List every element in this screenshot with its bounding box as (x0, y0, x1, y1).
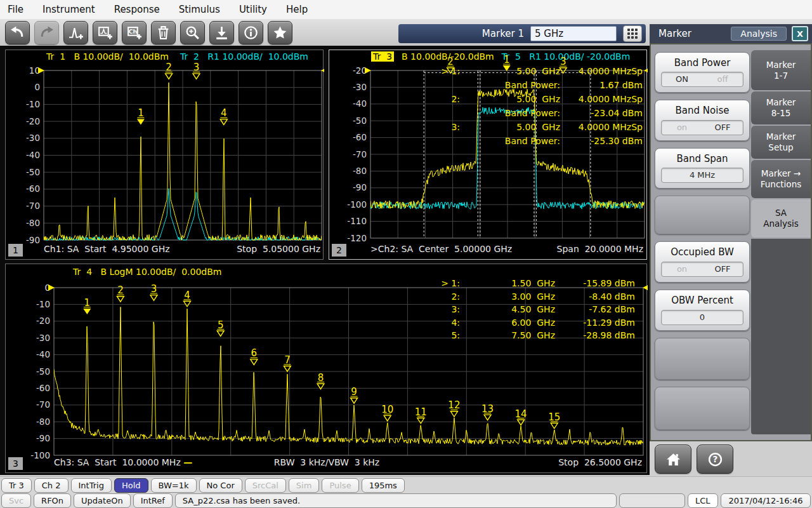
softkey-label: OBW Percent (671, 295, 733, 306)
svg-text:-70: -70 (36, 399, 50, 410)
softkey-occupied-bw[interactable]: Occupied BWonOFF (655, 241, 750, 283)
status-lcl[interactable]: LCL (688, 493, 718, 508)
marker-12[interactable]: 12 (448, 399, 460, 417)
home-button[interactable] (655, 444, 691, 474)
marker-1[interactable]: 1 (137, 107, 145, 124)
marker-3[interactable]: 3 (193, 62, 200, 79)
marker-4[interactable]: 4 (184, 290, 191, 307)
save-button[interactable] (209, 21, 234, 44)
footer-rbw: RBW 3 kHz/VBW 3 kHz (232, 457, 422, 467)
zoom-in-button[interactable] (180, 21, 205, 44)
marker-readout-row: 4:6.00 GHz-11.29 dBm (437, 318, 635, 331)
marker-10[interactable]: 10 (381, 404, 393, 421)
favorites-button[interactable] (268, 21, 292, 44)
status-bw-1k[interactable]: BW=1k (151, 478, 197, 493)
add-window-button[interactable] (93, 21, 117, 44)
marker-value-input[interactable] (530, 26, 617, 41)
keypad-icon (627, 29, 638, 39)
status-updateon[interactable]: UpdateOn (74, 493, 131, 508)
softkey-band-span[interactable]: Band Span4 MHz (655, 148, 750, 189)
softkey-band-power[interactable]: Band PowerONoff (655, 52, 750, 93)
marker-4[interactable]: 4 (220, 107, 227, 124)
menu-item-file[interactable]: File (8, 4, 23, 15)
marker-2[interactable]: 2 (117, 284, 124, 302)
status-ch-2[interactable]: Ch 2 (34, 478, 69, 493)
svg-text:-40: -40 (353, 98, 367, 109)
marker-13[interactable]: 13 (481, 403, 494, 420)
keypad-button[interactable] (623, 25, 642, 42)
svg-text:-10: -10 (26, 99, 40, 109)
status-inttrig[interactable]: IntTrig (71, 478, 112, 493)
redo-button[interactable] (34, 21, 59, 44)
menu-item-stimulus[interactable]: Stimulus (179, 4, 220, 15)
status-hold[interactable]: Hold (114, 478, 148, 493)
svg-text:-60: -60 (26, 184, 40, 194)
add-channel-button[interactable]: Ch (122, 21, 147, 44)
svg-text:-80: -80 (36, 417, 50, 427)
tab-marker-1-7[interactable]: Marker1-7 (751, 50, 811, 90)
status-clock[interactable]: 2017/04/12-16:46 (721, 493, 811, 508)
status-rfon[interactable]: RFOn (34, 493, 71, 508)
trace-color-dash: — (183, 457, 192, 467)
marker-3[interactable]: 3 (150, 283, 157, 300)
softkey-value[interactable]: 4 MHz (661, 168, 743, 183)
softkey-band-noise[interactable]: Band NoiseonOFF (655, 100, 750, 141)
plot-ch3[interactable]: Tr 4 B LogM 10.00dB/ 0.00dBm0-10-20-30-4… (5, 264, 647, 473)
add-trace-icon (68, 25, 84, 41)
softkey-label: Occupied BW (671, 246, 734, 258)
softkey-obw-percent[interactable]: OBW Percent0 (655, 290, 750, 331)
marker-6[interactable]: 6 (251, 347, 258, 364)
window-number-badge: 1 (8, 244, 23, 257)
softkey-label: Band Power (674, 57, 731, 69)
status-tr-3[interactable]: Tr 3 (1, 478, 32, 493)
toggle-switch[interactable]: onOFF (661, 120, 743, 135)
svg-text:-60: -60 (353, 132, 367, 142)
svg-text:-30: -30 (26, 133, 40, 143)
help-button[interactable]: ? (697, 444, 733, 474)
softkey-value[interactable]: 0 (661, 310, 743, 325)
marker-9[interactable]: 9 (351, 386, 358, 403)
undo-button[interactable] (5, 21, 30, 44)
footer-right: Span 20.0000 MHz (557, 244, 643, 254)
bottom-icons: ? (655, 444, 733, 474)
toggle-switch[interactable]: ONoff (661, 72, 743, 87)
status-intref[interactable]: IntRef (133, 493, 173, 508)
marker-11[interactable]: 11 (415, 406, 427, 424)
marker-15[interactable]: 15 (548, 411, 560, 429)
softkey-label: Band Noise (676, 105, 730, 116)
delete-button[interactable] (151, 21, 176, 44)
svg-text:15: 15 (548, 411, 560, 423)
menu-item-response[interactable]: Response (114, 4, 160, 15)
marker-8[interactable]: 8 (317, 372, 324, 389)
svg-text:14: 14 (515, 408, 527, 420)
tab-sa-analysis[interactable]: SAAnalysis (751, 199, 811, 237)
tab-marker-8-15[interactable]: Marker8-15 (751, 91, 811, 124)
marker-readout-row: 3:5.00 GHz4.0000 MHzSp (437, 122, 643, 136)
svg-text:6: 6 (251, 347, 258, 359)
svg-text:-20: -20 (26, 116, 40, 126)
menu-item-utility[interactable]: Utility (239, 4, 267, 15)
plot-ch1[interactable]: Tr 1 B 10.00dB/ 10.0dBmTr 2 R1 10.00dB/ … (5, 50, 324, 260)
marker-1[interactable]: 1 (83, 297, 91, 314)
marker-2[interactable]: 2 (166, 62, 173, 79)
add-trace-button[interactable] (63, 21, 88, 44)
status-sim: Sim (289, 478, 320, 493)
menu-item-instrument[interactable]: Instrument (43, 4, 95, 15)
status-bottom-right: LCL2017/04/12-16:46 (619, 493, 811, 508)
softkey-label: Band Span (676, 153, 728, 164)
marker-readout-row: Band Power:1.67 dBm (437, 80, 643, 94)
window-number-badge: 2 (332, 244, 346, 257)
menu-item-help[interactable]: Help (286, 4, 308, 15)
svg-text:-20: -20 (353, 65, 367, 76)
marker-readout-row: Band Power:-23.04 dBm (437, 108, 643, 122)
info-button[interactable] (239, 21, 263, 44)
tab-marker-setup[interactable]: MarkerSetup (751, 126, 811, 159)
toggle-switch[interactable]: onOFF (661, 262, 743, 277)
analysis-tab[interactable]: Analysis (731, 27, 787, 41)
tab-marker-functions[interactable]: Marker →Functions (751, 160, 811, 198)
status-195ms[interactable]: 195ms (362, 478, 405, 493)
close-icon[interactable]: X (792, 26, 808, 41)
marker-5[interactable]: 5 (217, 319, 224, 337)
status-no-cor[interactable]: No Cor (199, 478, 242, 493)
plot-ch2[interactable]: Tr 3B 10.00dB/-20.0dBmTr 5 R1 10.00dB/ -… (329, 50, 647, 260)
